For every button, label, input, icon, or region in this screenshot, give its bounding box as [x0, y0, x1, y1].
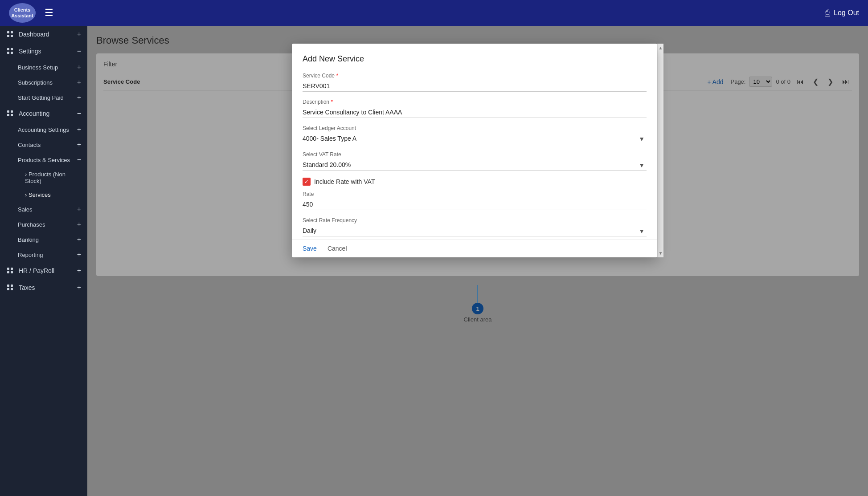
- sidebar-item-products-non-stock[interactable]: › Products (Non Stock): [25, 167, 87, 188]
- modal-title: Add New Service: [303, 54, 647, 64]
- sidebar-item-dashboard[interactable]: Dashboard +: [0, 26, 87, 43]
- label-products-services: Products & Services: [18, 157, 70, 163]
- sidebar-item-business-setup[interactable]: Business Setup +: [18, 60, 87, 75]
- label-reporting: Reporting: [18, 252, 43, 258]
- grid-icon-taxes: [6, 284, 14, 292]
- expand-icon-accounting-settings: +: [77, 126, 81, 134]
- modal-scrollbar: ▲ ▼: [657, 44, 663, 257]
- settings-submenu: Business Setup + Subscriptions + Start G…: [0, 60, 87, 105]
- label-ledger-account: Select Ledger Account: [303, 125, 647, 131]
- sidebar: Dashboard + Settings − Business Setup + …: [0, 26, 87, 496]
- field-service-code: Service Code *: [303, 73, 647, 92]
- field-description: Description *: [303, 99, 647, 118]
- input-rate[interactable]: [303, 199, 647, 210]
- select-ledger-account[interactable]: 4000- Sales Type A: [303, 133, 647, 144]
- label-description: Description *: [303, 99, 647, 105]
- field-ledger-account: Select Ledger Account 4000- Sales Type A…: [303, 125, 647, 144]
- input-service-code[interactable]: [303, 81, 647, 92]
- checkbox-row-vat: ✓ Include Rate with VAT: [303, 178, 647, 186]
- expand-icon-start-getting-paid: +: [77, 94, 81, 102]
- sidebar-label-dashboard: Dashboard: [19, 31, 49, 38]
- label-vat-rate: Select VAT Rate: [303, 151, 647, 158]
- sidebar-item-accounting[interactable]: Accounting −: [0, 105, 87, 122]
- label-service-code: Service Code *: [303, 73, 647, 79]
- accounting-submenu: Accounting Settings + Contacts + Product…: [0, 122, 87, 262]
- select-rate-frequency[interactable]: Daily Weekly Monthly Yearly: [303, 225, 647, 236]
- field-vat-rate: Select VAT Rate Standard 20.00% ▼: [303, 151, 647, 171]
- hamburger-button[interactable]: ☰: [43, 5, 55, 20]
- sidebar-item-services[interactable]: › Services: [25, 188, 87, 202]
- sidebar-label-accounting: Accounting: [19, 110, 49, 117]
- expand-icon-dashboard: +: [77, 30, 81, 38]
- modal-overlay: Add New Service Service Code * Descripti…: [87, 26, 868, 496]
- sidebar-item-contacts[interactable]: Contacts +: [18, 137, 87, 152]
- expand-icon-sales: +: [77, 205, 81, 213]
- label-rate: Rate: [303, 191, 647, 197]
- top-nav: Clients Assistant ☰ ⎙ Log Out: [0, 0, 868, 26]
- modal-scroll-area[interactable]: Add New Service Service Code * Descripti…: [292, 44, 657, 239]
- expand-icon-taxes: +: [77, 284, 81, 292]
- add-service-modal: Add New Service Service Code * Descripti…: [292, 44, 657, 257]
- sidebar-item-purchases[interactable]: Purchases +: [18, 217, 87, 232]
- checkbox-include-vat[interactable]: ✓: [303, 178, 311, 186]
- sidebar-item-start-getting-paid[interactable]: Start Getting Paid +: [18, 90, 87, 105]
- sidebar-label-taxes: Taxes: [19, 284, 35, 291]
- sidebar-item-settings[interactable]: Settings −: [0, 43, 87, 60]
- grid-icon-accounting: [6, 110, 14, 118]
- expand-icon-contacts: +: [77, 141, 81, 149]
- scroll-down-arrow[interactable]: ▼: [658, 250, 664, 256]
- label-purchases: Purchases: [18, 221, 45, 228]
- sidebar-item-products-services[interactable]: Products & Services −: [18, 152, 87, 167]
- label-subscriptions: Subscriptions: [18, 79, 53, 86]
- label-sales: Sales: [18, 206, 33, 213]
- label-banking: Banking: [18, 236, 39, 243]
- select-vat-rate[interactable]: Standard 20.00%: [303, 159, 647, 171]
- sidebar-item-banking[interactable]: Banking +: [18, 232, 87, 247]
- grid-icon-hr: [6, 267, 14, 275]
- sidebar-item-reporting[interactable]: Reporting +: [18, 247, 87, 262]
- collapse-icon-accounting: −: [77, 110, 81, 118]
- grid-icon-settings: [6, 47, 14, 55]
- logout-button[interactable]: ⎙ Log Out: [825, 8, 859, 18]
- sidebar-label-settings: Settings: [19, 48, 41, 55]
- label-products-non-stock: › Products (Non Stock): [25, 171, 81, 184]
- label-start-getting-paid: Start Getting Paid: [18, 94, 64, 101]
- logout-icon: ⎙: [825, 8, 830, 18]
- field-rate: Rate: [303, 191, 647, 210]
- nav-left: Clients Assistant ☰: [9, 3, 55, 23]
- scroll-up-arrow[interactable]: ▲: [658, 45, 664, 51]
- field-rate-frequency: Select Rate Frequency Daily Weekly Month…: [303, 217, 647, 236]
- label-accounting-settings: Accounting Settings: [18, 126, 69, 133]
- logout-label: Log Out: [834, 9, 859, 17]
- sidebar-item-sales[interactable]: Sales +: [18, 202, 87, 217]
- checkmark-icon: ✓: [304, 179, 309, 185]
- sidebar-item-accounting-settings[interactable]: Accounting Settings +: [18, 122, 87, 137]
- label-include-vat: Include Rate with VAT: [314, 178, 375, 185]
- expand-icon-hr: +: [77, 267, 81, 275]
- cancel-button[interactable]: Cancel: [328, 245, 347, 252]
- label-contacts: Contacts: [18, 142, 41, 148]
- expand-icon-subscriptions: +: [77, 78, 81, 86]
- expand-icon-purchases: +: [77, 220, 81, 228]
- expand-icon-reporting: +: [77, 251, 81, 259]
- grid-icon: [6, 30, 14, 38]
- save-button[interactable]: Save: [303, 245, 317, 252]
- modal-wrapper: Add New Service Service Code * Descripti…: [292, 44, 663, 257]
- sidebar-item-subscriptions[interactable]: Subscriptions +: [18, 75, 87, 90]
- brand-logo: Clients Assistant: [9, 3, 36, 23]
- label-rate-frequency: Select Rate Frequency: [303, 217, 647, 224]
- sidebar-item-taxes[interactable]: Taxes +: [0, 279, 87, 296]
- expand-icon-business-setup: +: [77, 63, 81, 71]
- collapse-icon-products-services: −: [77, 156, 81, 164]
- label-services: › Services: [25, 191, 51, 198]
- label-business-setup: Business Setup: [18, 64, 58, 71]
- sidebar-label-hr: HR / PayRoll: [19, 267, 54, 274]
- input-description[interactable]: [303, 107, 647, 118]
- sidebar-item-hr-payroll[interactable]: HR / PayRoll +: [0, 262, 87, 279]
- modal-footer: Save Cancel: [292, 239, 657, 257]
- expand-icon-banking: +: [77, 236, 81, 244]
- collapse-icon-settings: −: [77, 47, 81, 55]
- products-services-submenu: › Products (Non Stock) › Services: [18, 167, 87, 202]
